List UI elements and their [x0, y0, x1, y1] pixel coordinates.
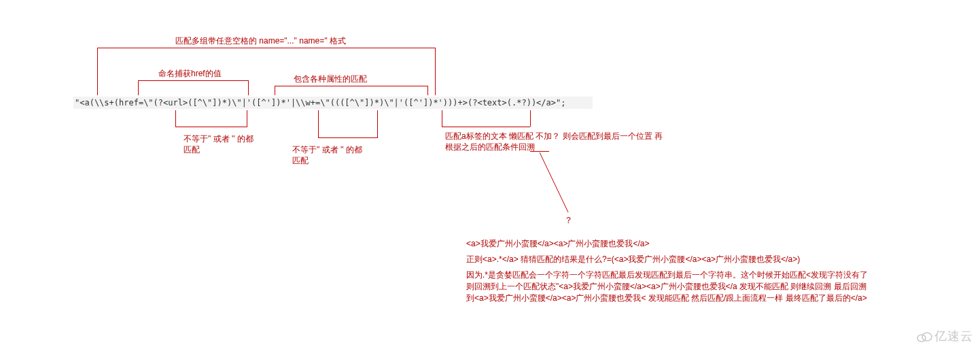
- neq2-label: 不等于" 或者 '' 的都 匹配: [292, 144, 384, 166]
- href-bracket-h: [138, 80, 248, 81]
- svg-line-0: [540, 152, 568, 212]
- neq2-r: [377, 110, 378, 137]
- diag-line: [540, 152, 580, 218]
- para2: 因为.*是贪婪匹配会一个字符一个字符匹配最后发现匹配到最后一个字符串。这个时候开…: [466, 269, 874, 304]
- attrs-bracket-l: [275, 86, 275, 95]
- top-bracket-h: [97, 48, 435, 48]
- example-line: <a>我爱广州小蛮腰</a><a>广州小蛮腰也爱我</a>: [466, 238, 649, 249]
- top-bracket-r: [435, 48, 436, 95]
- neq2-l: [318, 110, 319, 137]
- svg-point-2: [922, 333, 932, 341]
- href-label: 命名捕获href的值: [158, 68, 222, 79]
- href-bracket-l: [138, 80, 139, 95]
- lazy-h: [442, 127, 530, 127]
- top-label: 匹配多组带任意空格的 name="..." name='' 格式: [175, 35, 346, 46]
- lazy-label: 匹配a标签的文本 懒匹配 不加？ 则会匹配到最后一个位置 再 根据之后的匹配条件…: [445, 131, 724, 152]
- attrs-bracket-h: [275, 86, 427, 86]
- lazy-l: [442, 110, 442, 127]
- attrs-label: 包含各种属性的匹配: [294, 73, 367, 84]
- href-bracket-r: [248, 80, 249, 95]
- neq1-label: 不等于" 或者 '' 的都 匹配: [183, 133, 275, 155]
- attrs-bracket-r: [427, 86, 428, 95]
- underline-huisu: [530, 151, 549, 152]
- explanation-block: 正则<a>.*</a> 猜猜匹配的结果是什么?=(<a>我爱广州小蛮腰</a><…: [466, 254, 874, 308]
- neq1-h: [175, 127, 247, 127]
- top-bracket-l: [97, 48, 98, 95]
- regex-code: "<a(\\s+(href=\"(?<url>([^\"])*)\"|'([^'…: [73, 97, 593, 109]
- para1: 正则<a>.*</a> 猜猜匹配的结果是什么?=(<a>我爱广州小蛮腰</a><…: [466, 254, 874, 265]
- neq1-r: [247, 110, 247, 127]
- q-mark: ？: [564, 215, 573, 226]
- neq1-l: [175, 110, 176, 127]
- watermark-text: 亿速云: [934, 329, 973, 343]
- neq2-h: [318, 137, 378, 138]
- lazy-r: [530, 110, 531, 127]
- watermark: 亿速云: [915, 328, 973, 344]
